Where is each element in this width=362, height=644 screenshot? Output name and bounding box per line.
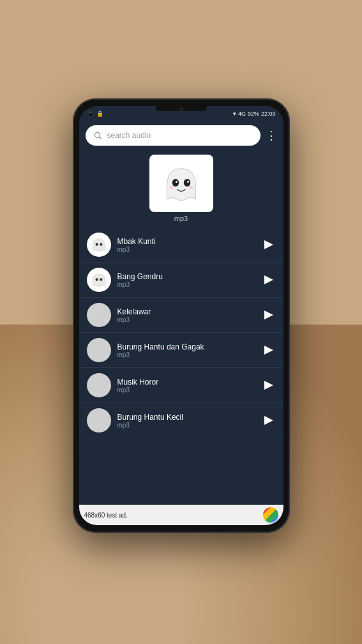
list-item: Musik Horor mp3 [79, 368, 283, 403]
svg-point-7 [188, 186, 193, 189]
shield-icon: 🔒 [96, 111, 103, 117]
phone-frame: 📱 🔒 ▾ 4G 92% 22:09 search audio [73, 98, 290, 533]
play-icon [264, 381, 273, 390]
play-button[interactable] [262, 308, 276, 322]
phone-screen: 📱 🔒 ▾ 4G 92% 22:09 search audio [79, 106, 283, 525]
thumb-ghost-icon [90, 236, 108, 254]
play-button[interactable] [262, 413, 276, 427]
audio-title: Kelelawar [117, 307, 255, 316]
status-right-info: ▾ 4G 92% 22:09 [233, 111, 276, 117]
camera-dot [179, 107, 183, 111]
list-item: Bang Gendru mp3 [79, 263, 283, 298]
play-icon [264, 346, 273, 355]
audio-thumbnail [87, 338, 111, 362]
ad-banner: 468x60 test ad. [79, 505, 283, 525]
list-item: Burung Hantu Kecil mp3 [79, 403, 283, 438]
svg-point-2 [172, 179, 179, 187]
audio-type: mp3 [117, 422, 255, 429]
play-button[interactable] [262, 343, 276, 357]
svg-line-1 [99, 137, 101, 139]
battery-level: 92% [248, 111, 259, 117]
audio-type: mp3 [117, 281, 255, 288]
featured-section: mp3 [79, 150, 283, 227]
svg-point-9 [100, 243, 102, 245]
list-item: Mbak Kunti mp3 [79, 227, 283, 263]
audio-thumbnail [87, 303, 111, 327]
ad-text: 468x60 test ad. [84, 512, 128, 519]
audio-list: Mbak Kunti mp3 [79, 227, 283, 505]
play-icon [264, 416, 273, 425]
play-button[interactable] [262, 238, 276, 252]
svg-point-0 [94, 132, 100, 137]
audio-title: Burung Hantu dan Gagak [117, 342, 255, 351]
svg-point-11 [100, 278, 102, 280]
audio-thumbnail [87, 408, 111, 433]
thumb-ghost-icon [90, 271, 108, 289]
signal-label: 4G [238, 111, 246, 117]
audio-type: mp3 [117, 316, 255, 323]
wifi-icon: ▾ [233, 111, 236, 117]
svg-point-3 [183, 179, 190, 187]
clock: 22:09 [261, 111, 276, 117]
play-icon [264, 275, 273, 284]
svg-point-4 [176, 181, 177, 183]
svg-point-6 [169, 186, 174, 189]
play-icon [264, 310, 273, 319]
search-bar[interactable]: search audio [86, 125, 260, 146]
svg-point-8 [95, 243, 98, 245]
search-bar-container: search audio ⋮ [79, 121, 283, 150]
play-button[interactable] [262, 378, 276, 392]
audio-thumbnail [87, 268, 111, 292]
audio-thumbnail [87, 373, 111, 397]
audio-title: Musik Horor [117, 378, 255, 387]
audio-title: Burung Hantu Kecil [117, 413, 255, 422]
svg-point-5 [187, 181, 189, 183]
audio-type: mp3 [117, 387, 255, 394]
audio-type: mp3 [117, 351, 255, 358]
whatsapp-icon: 📱 [87, 111, 94, 117]
more-options-button[interactable]: ⋮ [266, 130, 277, 141]
list-item: Burung Hantu dan Gagak mp3 [79, 333, 283, 368]
search-placeholder: search audio [107, 131, 151, 140]
play-icon [264, 240, 273, 249]
ad-brand-icon [263, 507, 278, 523]
list-item: Kelelawar mp3 [79, 298, 283, 333]
audio-info: Mbak Kunti mp3 [117, 237, 255, 253]
search-icon [93, 131, 102, 140]
status-left-icons: 📱 🔒 [87, 111, 103, 117]
audio-thumbnail [87, 233, 111, 257]
ghost-illustration [156, 160, 207, 208]
featured-label: mp3 [174, 215, 188, 222]
audio-title: Mbak Kunti [117, 237, 255, 246]
featured-image [149, 155, 213, 212]
audio-info: Musik Horor mp3 [117, 378, 255, 394]
audio-title: Bang Gendru [117, 272, 255, 281]
audio-info: Bang Gendru mp3 [117, 272, 255, 288]
audio-info: Burung Hantu dan Gagak mp3 [117, 342, 255, 358]
audio-info: Burung Hantu Kecil mp3 [117, 413, 255, 429]
audio-type: mp3 [117, 246, 255, 253]
svg-point-10 [95, 278, 98, 280]
audio-info: Kelelawar mp3 [117, 307, 255, 323]
play-button[interactable] [262, 273, 276, 287]
